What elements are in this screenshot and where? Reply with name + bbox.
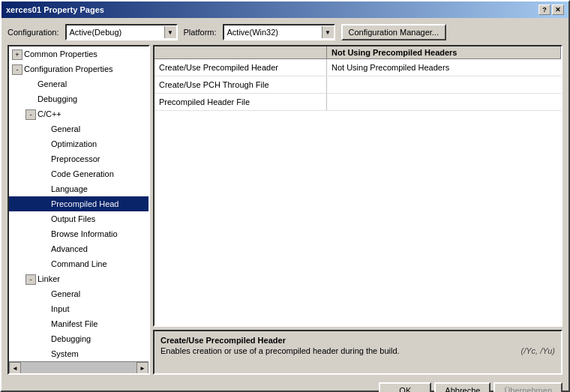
tree-panel: +Common Properties-Configuration Propert… — [8, 45, 150, 375]
tree-item-debugging[interactable]: Debugging — [9, 91, 148, 106]
tree-item-cpp[interactable]: -C/C++ — [9, 106, 148, 121]
platform-value: Active(Win32) — [227, 28, 278, 37]
table-row[interactable]: Create/Use Precompiled Header Not Using … — [154, 59, 561, 76]
title-bar: xerces01 Property Pages ? ✕ — [2, 1, 568, 18]
value-cell[interactable] — [327, 94, 336, 110]
table-row[interactable]: Precompiled Header File — [154, 94, 561, 111]
tree-item-optimization[interactable]: Optimization — [9, 136, 148, 151]
main-window: xerces01 Property Pages ? ✕ Configuratio… — [0, 0, 570, 392]
scroll-right-btn[interactable]: ► — [136, 362, 148, 374]
table-row[interactable]: Create/Use PCH Through File — [154, 76, 561, 94]
config-dropdown[interactable]: Active(Debug) ▼ — [65, 24, 178, 40]
help-button[interactable]: ? — [538, 4, 550, 15]
expander-icon[interactable]: - — [12, 64, 22, 75]
tree-item-manifest[interactable]: Manifest File — [9, 316, 148, 331]
tree-item-code-gen[interactable]: Code Generation — [9, 166, 148, 181]
description-text: Enables creation or use of a precompiled… — [160, 346, 555, 355]
tree-item-output-files[interactable]: Output Files — [9, 211, 148, 226]
property-cell: Create/Use PCH Through File — [154, 76, 327, 93]
value-cell[interactable] — [327, 76, 336, 93]
config-row: Configuration: Active(Debug) ▼ Platform:… — [8, 24, 562, 40]
horizontal-scrollbar[interactable]: ◄ ► — [9, 361, 148, 373]
tree-item-browse-info[interactable]: Browse Informatio — [9, 226, 148, 241]
hscroll-track[interactable] — [21, 362, 136, 373]
content-area: Configuration: Active(Debug) ▼ Platform:… — [2, 18, 568, 392]
config-dropdown-arrow: ▼ — [164, 26, 176, 38]
tree-item-precompiled[interactable]: Precompiled Head — [9, 196, 148, 211]
tree-item-input[interactable]: Input — [9, 301, 148, 316]
window-title: xerces01 Property Pages — [6, 5, 104, 14]
property-cell: Create/Use Precompiled Header — [154, 59, 327, 76]
close-button[interactable]: ✕ — [552, 4, 564, 15]
cancel-button[interactable]: Abbreche — [434, 382, 490, 392]
description-title: Create/Use Precompiled Header — [160, 336, 555, 345]
property-cell: Precompiled Header File — [154, 94, 327, 110]
platform-dropdown[interactable]: Active(Win32) ▼ — [223, 24, 335, 40]
tree-item-general[interactable]: General — [9, 76, 148, 91]
tree-item-linker[interactable]: -Linker — [9, 271, 148, 286]
description-body: Enables creation or use of a precompiled… — [160, 346, 400, 355]
config-label: Configuration: — [8, 28, 59, 37]
col2-header: Not Using Precompiled Headers — [327, 46, 561, 58]
platform-label: Platform: — [184, 28, 217, 37]
tree-item-advanced[interactable]: Advanced — [9, 241, 148, 256]
ok-button[interactable]: OK — [379, 382, 431, 392]
expander-icon[interactable]: + — [12, 49, 22, 60]
platform-dropdown-arrow: ▼ — [322, 26, 334, 38]
tree-item-config-props[interactable]: -Configuration Properties — [9, 61, 148, 76]
properties-grid: Not Using Precompiled Headers Create/Use… — [153, 45, 562, 327]
tree-scroll[interactable]: +Common Properties-Configuration Propert… — [9, 46, 148, 361]
tree-item-linker-general[interactable]: General — [9, 286, 148, 301]
apply-button[interactable]: Übernehmen — [494, 382, 562, 392]
main-panel: +Common Properties-Configuration Propert… — [8, 45, 562, 375]
col1-header — [154, 46, 327, 58]
config-manager-button[interactable]: Configuration Manager... — [341, 24, 446, 40]
expander-icon[interactable]: - — [26, 274, 36, 285]
tree-item-common-props[interactable]: +Common Properties — [9, 46, 148, 61]
value-cell[interactable]: Not Using Precompiled Headers — [327, 59, 454, 76]
tree-item-cpp-general[interactable]: General — [9, 121, 148, 136]
tree-item-preprocessor[interactable]: Preprocessor — [9, 151, 148, 166]
description-panel: Create/Use Precompiled Header Enables cr… — [153, 330, 562, 375]
tree-item-cmd-line[interactable]: Command Line — [9, 256, 148, 271]
tree-item-linker-debug[interactable]: Debugging — [9, 331, 148, 346]
title-buttons: ? ✕ — [538, 4, 564, 15]
tree-item-language[interactable]: Language — [9, 181, 148, 196]
right-panel: Not Using Precompiled Headers Create/Use… — [153, 45, 562, 375]
tree-item-system[interactable]: System — [9, 346, 148, 361]
grid-body: Create/Use Precompiled Header Not Using … — [154, 59, 561, 325]
scroll-left-btn[interactable]: ◄ — [9, 362, 21, 374]
bottom-buttons: OK Abbreche Übernehmen — [8, 379, 562, 392]
config-value: Active(Debug) — [70, 28, 122, 37]
grid-header: Not Using Precompiled Headers — [154, 46, 561, 59]
description-hint: (/Yc, /Yu) — [521, 346, 555, 355]
expander-icon[interactable]: - — [26, 109, 36, 120]
